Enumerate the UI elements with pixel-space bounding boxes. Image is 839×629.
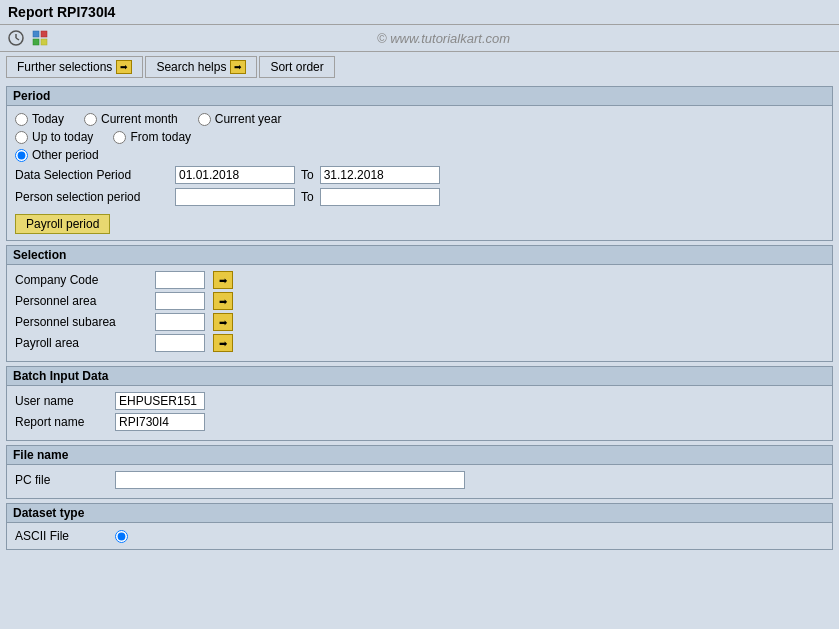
svg-rect-6 [41,39,47,45]
personnel-subarea-arrow-btn[interactable]: ➡ [213,313,233,331]
pc-file-input[interactable] [115,471,465,489]
current-year-label: Current year [215,112,282,126]
selection-header: Selection [7,246,832,265]
personnel-area-label: Personnel area [15,294,155,308]
current-month-radio[interactable] [84,113,97,126]
person-selection-period-label: Person selection period [15,190,175,204]
personnel-area-input[interactable] [155,292,205,310]
tab-search-helps[interactable]: Search helps ➡ [145,56,257,78]
other-period-label: Other period [32,148,99,162]
person-selection-period-row: Person selection period To [15,188,824,206]
search-helps-arrow-icon: ➡ [230,60,246,74]
from-today-label: From today [130,130,191,144]
to-label-2: To [301,190,314,204]
personnel-subarea-input[interactable] [155,313,205,331]
search-helps-label: Search helps [156,60,226,74]
personnel-area-row: Personnel area ➡ [15,292,824,310]
data-selection-period-label: Data Selection Period [15,168,175,182]
data-selection-period-from-input[interactable] [175,166,295,184]
file-header: File name [7,446,832,465]
svg-rect-3 [33,31,39,37]
user-name-row: User name [15,392,824,410]
selection-section: Selection Company Code ➡ Personnel area … [6,245,833,362]
dataset-body: ASCII File [7,523,832,549]
watermark: © www.tutorialkart.com [54,31,833,46]
tab-sort-order[interactable]: Sort order [259,56,334,78]
page-title: Report RPI730I4 [8,4,115,20]
report-name-row: Report name [15,413,824,431]
file-section: File name PC file [6,445,833,499]
file-body: PC file [7,465,832,498]
person-selection-period-from-input[interactable] [175,188,295,206]
from-today-radio[interactable] [113,131,126,144]
personnel-area-arrow-btn[interactable]: ➡ [213,292,233,310]
selection-body: Company Code ➡ Personnel area ➡ Personne… [7,265,832,361]
period-section: Period Today Current month Current year [6,86,833,241]
svg-rect-4 [41,31,47,37]
svg-rect-5 [33,39,39,45]
period-header: Period [7,87,832,106]
batch-header: Batch Input Data [7,367,832,386]
company-code-input[interactable] [155,271,205,289]
today-radio[interactable] [15,113,28,126]
current-month-label: Current month [101,112,178,126]
grid-icon[interactable] [30,28,50,48]
ascii-file-label: ASCII File [15,529,115,543]
main-content: Period Today Current month Current year [0,82,839,558]
data-selection-period-row: Data Selection Period To [15,166,824,184]
dataset-header: Dataset type [7,504,832,523]
sort-order-label: Sort order [270,60,323,74]
pc-file-label: PC file [15,473,115,487]
other-period-radio[interactable] [15,149,28,162]
report-name-label: Report name [15,415,115,429]
company-code-arrow-btn[interactable]: ➡ [213,271,233,289]
clock-icon[interactable] [6,28,26,48]
company-code-label: Company Code [15,273,155,287]
other-period-radio-label[interactable]: Other period [15,148,99,162]
up-to-today-radio-label[interactable]: Up to today [15,130,93,144]
report-name-input[interactable] [115,413,205,431]
batch-section: Batch Input Data User name Report name [6,366,833,441]
ascii-file-row: ASCII File [15,529,824,543]
personnel-subarea-label: Personnel subarea [15,315,155,329]
period-row-1: Today Current month Current year [15,112,824,126]
personnel-subarea-row: Personnel subarea ➡ [15,313,824,331]
person-selection-period-to-input[interactable] [320,188,440,206]
today-radio-label[interactable]: Today [15,112,64,126]
current-year-radio-label[interactable]: Current year [198,112,282,126]
payroll-area-arrow-btn[interactable]: ➡ [213,334,233,352]
tab-further-selections[interactable]: Further selections ➡ [6,56,143,78]
current-month-radio-label[interactable]: Current month [84,112,178,126]
payroll-area-input[interactable] [155,334,205,352]
batch-body: User name Report name [7,386,832,440]
period-row-2: Up to today From today [15,130,824,144]
from-today-radio-label[interactable]: From today [113,130,191,144]
data-selection-period-to-input[interactable] [320,166,440,184]
user-name-label: User name [15,394,115,408]
payroll-area-row: Payroll area ➡ [15,334,824,352]
to-label-1: To [301,168,314,182]
payroll-period-button[interactable]: Payroll period [15,214,110,234]
payroll-area-label: Payroll area [15,336,155,350]
company-code-row: Company Code ➡ [15,271,824,289]
toolbar: © www.tutorialkart.com [0,25,839,52]
further-selections-label: Further selections [17,60,112,74]
title-bar: Report RPI730I4 [0,0,839,25]
dataset-section: Dataset type ASCII File [6,503,833,550]
period-row-3: Other period [15,148,824,162]
today-label: Today [32,112,64,126]
up-to-today-label: Up to today [32,130,93,144]
period-body: Today Current month Current year Up to t… [7,106,832,240]
pc-file-row: PC file [15,471,824,489]
up-to-today-radio[interactable] [15,131,28,144]
svg-line-2 [16,38,19,40]
further-selections-arrow-icon: ➡ [116,60,132,74]
current-year-radio[interactable] [198,113,211,126]
user-name-input[interactable] [115,392,205,410]
ascii-file-radio[interactable] [115,530,128,543]
tabs-bar: Further selections ➡ Search helps ➡ Sort… [0,52,839,82]
